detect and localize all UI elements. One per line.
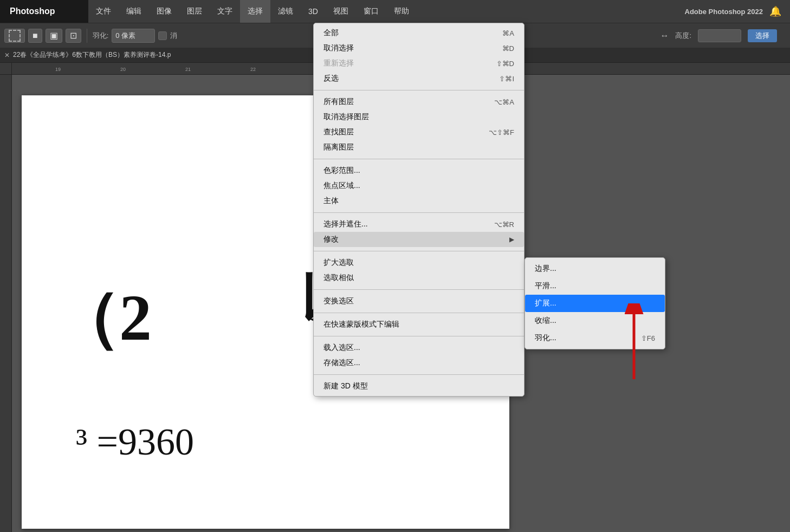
menu-item-save-selection-label: 存储选区... bbox=[323, 358, 360, 368]
menu-item-all-layers[interactable]: 所有图层 ⌥⌘A bbox=[314, 94, 524, 109]
submenu-item-feather[interactable]: 羽化... ⇧F6 bbox=[525, 329, 665, 347]
menu-item-save-selection[interactable]: 存储选区... bbox=[314, 355, 524, 371]
menu-item-similar[interactable]: 选取相似 bbox=[314, 270, 524, 286]
menubar-item-type[interactable]: 文字 bbox=[210, 0, 240, 23]
menu-item-select-mask-label: 选择并遮住... bbox=[323, 219, 368, 229]
menu-item-deselect-layers-label: 取消选择图层 bbox=[323, 112, 369, 122]
menu-section-7: 在快速蒙版模式下编辑 bbox=[314, 315, 524, 334]
menu-item-deselect[interactable]: 取消选择 ⌘D bbox=[314, 41, 524, 56]
submenu-item-contract[interactable]: 收缩... bbox=[525, 312, 665, 329]
menu-item-reselect[interactable]: 重新选择 ⇧⌘D bbox=[314, 56, 524, 71]
menu-divider-2 bbox=[314, 159, 524, 159]
height-input[interactable] bbox=[698, 29, 741, 42]
tool-mode-btn3[interactable]: ⊡ bbox=[66, 29, 81, 43]
menu-item-modify-label: 修改 bbox=[323, 235, 339, 244]
arrow-icon: ↔ bbox=[660, 31, 669, 41]
menu-item-focus-area-label: 焦点区域... bbox=[323, 181, 360, 191]
menu-item-all-layers-shortcut: ⌥⌘A bbox=[494, 98, 514, 106]
menu-divider-1 bbox=[314, 90, 524, 90]
feather-input[interactable] bbox=[112, 29, 155, 43]
submenu-item-smooth[interactable]: 平滑... bbox=[525, 277, 665, 295]
menu-item-reselect-shortcut: ⇧⌘D bbox=[496, 60, 514, 68]
menu-item-transform[interactable]: 变换选区 bbox=[314, 294, 524, 309]
selection-tool-button[interactable] bbox=[4, 29, 25, 43]
feather-label: 羽化: bbox=[93, 31, 109, 41]
ruler-num-22: 22 bbox=[250, 67, 256, 72]
menu-section-3: 色彩范围... 焦点区域... 主体 bbox=[314, 161, 524, 211]
tool-mode-btn1[interactable]: ■ bbox=[28, 29, 42, 43]
menubar-item-file[interactable]: 文件 bbox=[88, 0, 119, 23]
menu-item-color-range[interactable]: 色彩范围... bbox=[314, 163, 524, 178]
menubar-item-window[interactable]: 窗口 bbox=[356, 0, 386, 23]
doc-text-paren: （2 bbox=[54, 274, 152, 362]
submenu-item-border[interactable]: 边界... bbox=[525, 260, 665, 277]
menu-item-new-3d-label: 新建 3D 模型 bbox=[323, 381, 368, 391]
tab-close-icon[interactable]: ✕ bbox=[4, 51, 10, 59]
menu-divider-7 bbox=[314, 336, 524, 336]
menu-item-focus-area[interactable]: 焦点区域... bbox=[314, 178, 524, 193]
clear-label: 消 bbox=[170, 31, 177, 41]
menubar-item-image[interactable]: 图像 bbox=[149, 0, 179, 23]
tool-mode-btn2[interactable]: ▣ bbox=[46, 29, 62, 43]
height-label: 高度: bbox=[675, 31, 691, 41]
menu-item-deselect-layers[interactable]: 取消选择图层 bbox=[314, 109, 524, 125]
menu-section-4: 选择并遮住... ⌥⌘R 修改 ▶ bbox=[314, 215, 524, 249]
submenu-item-expand-label: 扩展... bbox=[535, 299, 556, 308]
menu-item-grow[interactable]: 扩大选取 bbox=[314, 255, 524, 270]
menu-item-color-range-label: 色彩范围... bbox=[323, 166, 360, 176]
menu-item-all-label: 全部 bbox=[323, 28, 339, 38]
menu-item-modify[interactable]: 修改 ▶ bbox=[314, 232, 524, 247]
menu-section-1: 全部 ⌘A 取消选择 ⌘D 重新选择 ⇧⌘D 反选 ⇧⌘I bbox=[314, 23, 524, 88]
toolbar-right: ↔ 高度: 选择 bbox=[660, 29, 786, 42]
menubar-item-filter[interactable]: 滤镜 bbox=[270, 0, 301, 23]
selection-rect-icon bbox=[9, 30, 21, 42]
menu-item-all-layers-label: 所有图层 bbox=[323, 97, 354, 107]
submenu-item-expand[interactable]: 扩展... bbox=[525, 295, 665, 312]
menu-section-6: 变换选区 bbox=[314, 291, 524, 311]
submenu-item-feather-label: 羽化... bbox=[535, 333, 556, 343]
menu-item-inverse-shortcut: ⇧⌘I bbox=[499, 75, 514, 83]
toolbar-separator bbox=[87, 29, 87, 43]
menu-section-8: 载入选区... 存储选区... bbox=[314, 338, 524, 373]
menubar-item-edit[interactable]: 编辑 bbox=[119, 0, 149, 23]
select-button[interactable]: 选择 bbox=[748, 29, 777, 42]
menubar-item-3d[interactable]: 3D bbox=[301, 0, 326, 23]
menu-item-similar-label: 选取相似 bbox=[323, 273, 354, 283]
ruler-num-19: 19 bbox=[55, 67, 61, 72]
menu-divider-6 bbox=[314, 313, 524, 313]
menubar-item-help[interactable]: 帮助 bbox=[386, 0, 417, 23]
menu-item-find-layers-label: 查找图层 bbox=[323, 127, 354, 137]
submenu-item-smooth-label: 平滑... bbox=[535, 281, 556, 291]
menubar-item-layers[interactable]: 图层 bbox=[179, 0, 210, 23]
app-title: Adobe Photoshop 2022 bbox=[685, 8, 763, 16]
menu-section-9: 新建 3D 模型 bbox=[314, 377, 524, 396]
menubar-item-view[interactable]: 视图 bbox=[326, 0, 356, 23]
ruler-num-21: 21 bbox=[185, 67, 191, 72]
menu-item-isolate-layers[interactable]: 隔离图层 bbox=[314, 140, 524, 155]
menubar: Photoshop 文件 编辑 图像 图层 文字 选择 滤镜 3D 视图 窗口 … bbox=[0, 0, 790, 23]
menu-item-find-layers-shortcut: ⌥⇧⌘F bbox=[489, 128, 514, 137]
menu-item-new-3d[interactable]: 新建 3D 模型 bbox=[314, 379, 524, 394]
menu-item-load-selection[interactable]: 载入选区... bbox=[314, 340, 524, 355]
menu-divider-3 bbox=[314, 212, 524, 213]
doc-text-formula: ³ =9360 bbox=[76, 420, 194, 464]
notification-bell-icon[interactable]: 🔔 bbox=[769, 5, 781, 17]
menu-item-quickmask[interactable]: 在快速蒙版模式下编辑 bbox=[314, 317, 524, 332]
menu-item-select-mask[interactable]: 选择并遮住... ⌥⌘R bbox=[314, 217, 524, 232]
header-right: Adobe Photoshop 2022 🔔 bbox=[685, 5, 790, 17]
menu-item-subject[interactable]: 主体 bbox=[314, 193, 524, 209]
anti-alias-checkbox[interactable] bbox=[158, 31, 167, 40]
menu-item-isolate-layers-label: 隔离图层 bbox=[323, 142, 354, 152]
menu-item-all[interactable]: 全部 ⌘A bbox=[314, 25, 524, 41]
menu-item-select-mask-shortcut: ⌥⌘R bbox=[494, 220, 514, 229]
menu-section-2: 所有图层 ⌥⌘A 取消选择图层 查找图层 ⌥⇧⌘F 隔离图层 bbox=[314, 92, 524, 157]
menubar-item-select[interactable]: 选择 bbox=[240, 0, 270, 23]
submenu-item-border-label: 边界... bbox=[535, 264, 556, 274]
menu-divider-4 bbox=[314, 251, 524, 251]
menu-section-5: 扩大选取 选取相似 bbox=[314, 253, 524, 288]
menu-item-find-layers[interactable]: 查找图层 ⌥⇧⌘F bbox=[314, 125, 524, 140]
menu-item-grow-label: 扩大选取 bbox=[323, 258, 354, 268]
menu-divider-8 bbox=[314, 374, 524, 375]
menu-item-inverse[interactable]: 反选 ⇧⌘I bbox=[314, 71, 524, 86]
menu-item-subject-label: 主体 bbox=[323, 196, 339, 206]
